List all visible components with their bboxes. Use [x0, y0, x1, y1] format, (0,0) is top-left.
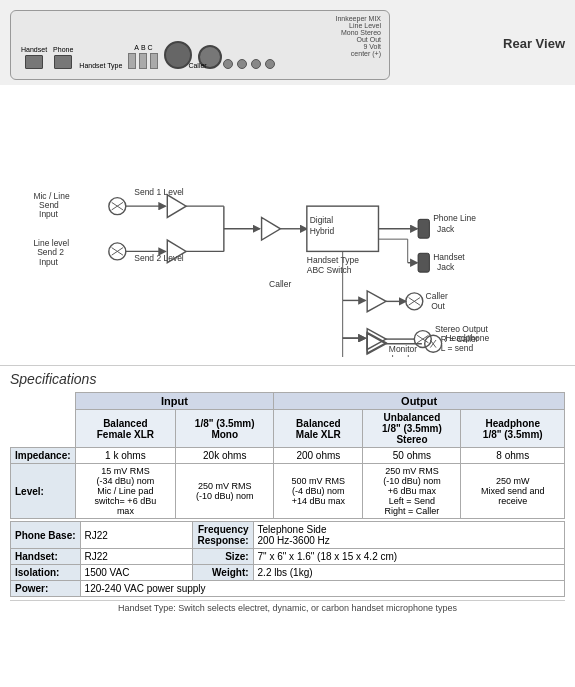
device-section: Handset Phone Handset Type A B	[0, 0, 575, 85]
svg-text:Handset: Handset	[433, 252, 465, 262]
knob-3[interactable]	[251, 59, 261, 69]
caller-out-label: Caller	[426, 291, 448, 301]
line-level-label: Line Level	[335, 22, 381, 29]
size-val: 7" x 6" x 1.6" (18 x 15 x 4.2 cm)	[253, 549, 564, 565]
rear-view-label: Rear View	[503, 35, 565, 50]
col-unbalanced: Unbalanced1/8" (3.5mm)Stereo	[363, 410, 461, 448]
handset-connector: Handset	[21, 46, 47, 69]
imp-val-1: 1 k ohms	[75, 448, 176, 464]
svg-text:Phone Line: Phone Line	[433, 213, 476, 223]
phone-base-row: Phone Base: RJ22 FrequencyResponse: Tele…	[11, 522, 565, 549]
switch-a[interactable]	[128, 53, 136, 69]
power-row: Power: 120-240 VAC power supply	[11, 581, 565, 597]
svg-text:ABC Switch: ABC Switch	[307, 265, 352, 275]
triangle-caller	[367, 291, 386, 312]
svg-text:Hybrid: Hybrid	[310, 226, 335, 236]
level-label: Level:	[11, 464, 76, 519]
phone-line-jack-icon	[418, 219, 429, 238]
svg-text:Out: Out	[431, 301, 445, 311]
handset-val: RJ22	[80, 549, 193, 565]
handset-row: Handset: RJ22 Size: 7" x 6" x 1.6" (18 x…	[11, 549, 565, 565]
triangle-3	[262, 217, 281, 240]
handset-label-cell: Handset:	[11, 549, 81, 565]
knob-1[interactable]	[223, 59, 233, 69]
phone-connector: Phone	[53, 46, 73, 69]
freq-label: FrequencyResponse:	[193, 522, 253, 549]
diagram-section: Mic / Line Send Input Send 1 Level Line …	[0, 85, 575, 365]
svg-text:L = send: L = send	[441, 343, 474, 353]
level-val-4: 250 mV RMS(-10 dBu) nom+6 dBu maxLeft = …	[363, 464, 461, 519]
specs-title: Specifications	[10, 371, 565, 387]
block-diagram: Mic / Line Send Input Send 1 Level Line …	[15, 93, 560, 357]
phone-base-label: Phone Base:	[11, 522, 81, 549]
handset-abc-label: Handset Type	[307, 255, 359, 265]
phone-base-val: RJ22	[80, 522, 193, 549]
output-header: Output	[274, 393, 565, 410]
caller-label-device: Caller	[188, 62, 206, 69]
knob-2[interactable]	[237, 59, 247, 69]
imp-val-5: 8 ohms	[461, 448, 565, 464]
handset-type-label: Handset Type	[79, 62, 122, 69]
footnote: Handset Type: Switch selects electret, d…	[10, 600, 565, 613]
imp-val-3: 200 ohms	[274, 448, 363, 464]
level-row: Level: 15 mV RMS(-34 dBu) nomMic / Line …	[11, 464, 565, 519]
send1-label: Send 1 Level	[134, 187, 184, 197]
power-label: Power:	[11, 581, 81, 597]
phone-rj	[54, 55, 72, 69]
svg-text:Input: Input	[39, 209, 58, 219]
level-val-2: 250 mV RMS(-10 dBu) nom	[176, 464, 274, 519]
innkeeper-label: Innkeeper MIX Line Level Mono Stereo Out…	[335, 15, 381, 57]
triangle-1	[167, 195, 186, 218]
handset-rj	[25, 55, 43, 69]
svg-text:Digital: Digital	[310, 215, 334, 225]
svg-text:Jack: Jack	[437, 262, 455, 272]
abc-switches[interactable]	[128, 53, 158, 69]
isolation-label: Isolation:	[11, 565, 81, 581]
phone-label: Phone	[53, 46, 73, 53]
weight-val: 2.2 lbs (1kg)	[253, 565, 564, 581]
isolation-val: 1500 VAC	[80, 565, 193, 581]
handset-jack-icon	[418, 253, 429, 272]
switch-c[interactable]	[150, 53, 158, 69]
svg-text:Input: Input	[39, 257, 58, 267]
svg-text:level: level	[392, 354, 410, 357]
weight-label: Weight:	[193, 565, 253, 581]
switch-b[interactable]	[139, 53, 147, 69]
impedance-row: Impedance: 1 k ohms 20k ohms 200 ohms 50…	[11, 448, 565, 464]
imp-val-2: 20k ohms	[176, 448, 274, 464]
specs-table: Input Output BalancedFemale XLR 1/8" (3.…	[10, 392, 565, 519]
col-balanced-male-xlr: BalancedMale XLR	[274, 410, 363, 448]
col-18-mono: 1/8" (3.5mm)Mono	[176, 410, 274, 448]
level-val-3: 500 mV RMS(-4 dBu) nom+14 dBu max	[274, 464, 363, 519]
col-headphone: Headphone1/8" (3.5mm)	[461, 410, 565, 448]
col-balanced-xlr: BalancedFemale XLR	[75, 410, 176, 448]
impedance-label: Impedance:	[11, 448, 76, 464]
level-val-5: 250 mWMixed send andreceive	[461, 464, 565, 519]
caller-label: Caller	[269, 279, 291, 289]
freq-val: Telephone Side200 Hz-3600 Hz	[253, 522, 564, 549]
handset-label: Handset	[21, 46, 47, 53]
knob-4[interactable]	[265, 59, 275, 69]
specs-section: Specifications Input Output BalancedFema…	[0, 365, 575, 618]
isolation-row: Isolation: 1500 VAC Weight: 2.2 lbs (1kg…	[11, 565, 565, 581]
size-label: Size:	[193, 549, 253, 565]
power-val: 120-240 VAC power supply	[80, 581, 564, 597]
svg-text:Jack: Jack	[437, 224, 455, 234]
device-name: Innkeeper MIX	[335, 15, 381, 22]
level-val-1: 15 mV RMS(-34 dBu) nomMic / Line padswit…	[75, 464, 176, 519]
input-header: Input	[75, 393, 274, 410]
imp-val-4: 50 ohms	[363, 448, 461, 464]
headphone-label: Headphone	[445, 333, 489, 343]
device-image: Handset Phone Handset Type A B	[10, 10, 565, 80]
device-body: Handset Phone Handset Type A B	[10, 10, 390, 80]
bottom-specs-table: Phone Base: RJ22 FrequencyResponse: Tele…	[10, 521, 565, 597]
